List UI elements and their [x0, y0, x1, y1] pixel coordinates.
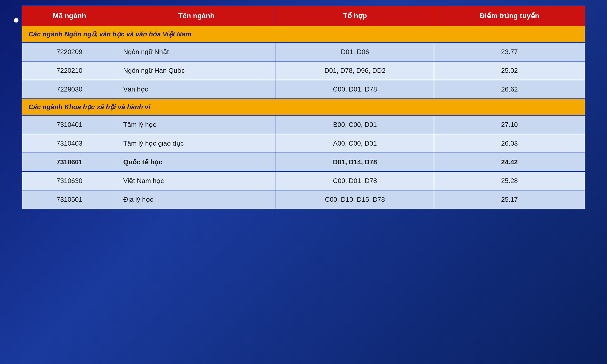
cell-ma: 7220210 [22, 61, 117, 80]
category-title: Các ngành Ngôn ngữ, văn học và văn hóa V… [22, 26, 585, 43]
cell-tohop: D01, D78, D96, DD2 [276, 61, 434, 80]
table-row: 7220209Ngôn ngữ NhậtD01, D0623.77 [22, 43, 585, 61]
table-row: 7310501Địa lý họcC00, D10, D15, D7825.17 [22, 190, 585, 209]
cell-tohop: C00, D01, D78 [276, 171, 434, 190]
table-row: 7310601Quốc tế họcD01, D14, D7824.42 [22, 153, 585, 171]
cell-ten: Tâm lý học giáo dục [117, 134, 276, 153]
category-row: Các ngành Ngôn ngữ, văn học và văn hóa V… [22, 26, 585, 43]
cell-ma: 7310601 [22, 153, 117, 171]
cell-tohop: D01, D14, D78 [276, 153, 434, 171]
header-ten-nganh: Tên ngành [117, 6, 276, 26]
main-table: Mã ngành Tên ngành Tổ hợp Điểm trúng tuy… [22, 5, 585, 209]
cell-ten: Tâm lý học [117, 115, 276, 134]
cell-ma: 7310501 [22, 190, 117, 209]
header-diem-trung-tuyen: Điểm trúng tuyển [434, 6, 585, 26]
cell-diem: 24.42 [434, 153, 585, 171]
cell-diem: 27.10 [434, 115, 585, 134]
table-header: Mã ngành Tên ngành Tổ hợp Điểm trúng tuy… [22, 6, 585, 26]
cell-tohop: B00, C00, D01 [276, 115, 434, 134]
cell-diem: 25.02 [434, 61, 585, 80]
cell-ma: 7310630 [22, 171, 117, 190]
bullet-dot [14, 18, 18, 23]
cell-ten: Địa lý học [117, 190, 276, 209]
cell-ten: Ngôn ngữ Nhật [117, 43, 276, 61]
cell-diem: 26.62 [434, 80, 585, 99]
cell-ma: 7310403 [22, 134, 117, 153]
cell-ma: 7229030 [22, 80, 117, 99]
cell-tohop: D01, D06 [276, 43, 434, 61]
cell-ten: Việt Nam học [117, 171, 276, 190]
table-row: 7220210Ngôn ngữ Hàn QuốcD01, D78, D96, D… [22, 61, 585, 80]
cell-ten: Quốc tế học [117, 153, 276, 171]
cell-ten: Văn học [117, 80, 276, 99]
cell-diem: 25.28 [434, 171, 585, 190]
table-row: 7310401Tâm lý họcB00, C00, D0127.10 [22, 115, 585, 134]
cell-ten: Ngôn ngữ Hàn Quốc [117, 61, 276, 80]
table-row: 7310403Tâm lý học giáo dụcA00, C00, D012… [22, 134, 585, 153]
cell-ma: 7220209 [22, 43, 117, 61]
cell-tohop: C00, D10, D15, D78 [276, 190, 434, 209]
cell-tohop: A00, C00, D01 [276, 134, 434, 153]
page-container: Mã ngành Tên ngành Tổ hợp Điểm trúng tuy… [22, 5, 585, 209]
cell-diem: 23.77 [434, 43, 585, 61]
category-row: Các ngành Khoa học xã hội và hành vi [22, 99, 585, 115]
cell-diem: 26.03 [434, 134, 585, 153]
table-row: 7229030Văn họcC00, D01, D7826.62 [22, 80, 585, 99]
cell-tohop: C00, D01, D78 [276, 80, 434, 99]
category-title: Các ngành Khoa học xã hội và hành vi [22, 99, 585, 115]
header-ma-nganh: Mã ngành [22, 6, 117, 26]
header-to-hop: Tổ hợp [276, 6, 434, 26]
table-row: 7310630Việt Nam họcC00, D01, D7825.28 [22, 171, 585, 190]
cell-diem: 25.17 [434, 190, 585, 209]
cell-ma: 7310401 [22, 115, 117, 134]
